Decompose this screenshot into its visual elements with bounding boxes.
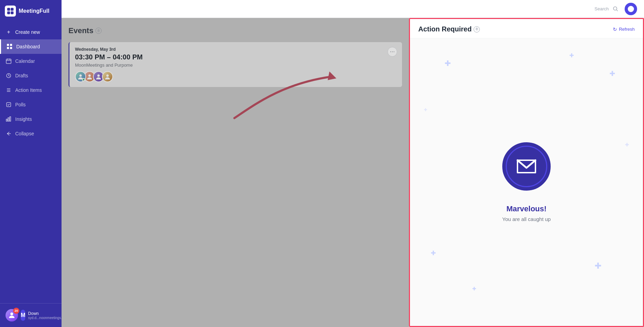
decoration-plus-2: ✚ [569, 52, 574, 59]
grid-icon [7, 44, 13, 50]
svg-rect-17 [6, 119, 7, 121]
attendee-avatar-4 [102, 71, 113, 82]
logo-icon [5, 6, 16, 17]
svg-point-28 [97, 75, 100, 77]
sidebar-item-drafts[interactable]: Drafts [0, 68, 62, 83]
sidebar-item-action-items[interactable]: Action Items [0, 83, 62, 97]
sidebar-item-create-new[interactable]: + Create new [0, 25, 62, 39]
notification-button[interactable] [625, 3, 637, 15]
event-more-button[interactable]: ⋯ [388, 47, 397, 57]
plus-icon: + [6, 29, 12, 35]
action-required-panel: Action Required ® ↻ Refresh ✚ ✚ ✚ ✚ ✚ ✚ … [409, 18, 644, 327]
sidebar: MeetingFull + Create new Dashboard [0, 0, 62, 327]
svg-rect-5 [10, 44, 12, 46]
empty-state-title: Marvelous! [506, 204, 547, 213]
svg-point-25 [631, 10, 632, 11]
dashboard-area: Events ® Wednesday, May 3rd 03:30 PM – 0… [62, 18, 644, 327]
svg-point-26 [80, 75, 82, 77]
polls-label: Polls [15, 102, 26, 107]
calendar-icon [6, 58, 12, 64]
create-new-label: Create new [15, 29, 40, 35]
app-name: MeetingFull [19, 8, 49, 14]
action-panel-body: ✚ ✚ ✚ ✚ ✚ ✚ ✚ ✚ [410, 38, 643, 326]
svg-line-23 [617, 10, 618, 11]
action-items-label: Action Items [15, 87, 42, 93]
user-profile[interactable]: 20 M Down syd.d...noonmeetings.com [6, 309, 56, 321]
collapse-label: Collapse [15, 131, 34, 136]
svg-point-27 [88, 75, 91, 77]
list-icon [6, 87, 12, 93]
sidebar-item-polls[interactable]: Polls [0, 97, 62, 112]
top-bar: Search [62, 0, 644, 18]
search-label: Search [595, 6, 609, 11]
svg-point-29 [106, 75, 109, 77]
svg-rect-3 [11, 11, 13, 14]
svg-rect-6 [7, 47, 9, 49]
action-panel-header: Action Required ® ↻ Refresh [410, 19, 643, 38]
svg-rect-7 [10, 47, 12, 49]
event-date: Wednesday, May 3rd [75, 47, 396, 52]
events-heading: Events [68, 26, 93, 35]
action-panel-title: Action Required ® [418, 25, 480, 33]
events-info-icon[interactable]: ® [95, 28, 102, 34]
sidebar-item-dashboard[interactable]: Dashboard [0, 39, 62, 54]
svg-rect-1 [11, 8, 13, 11]
sidebar-nav: + Create new Dashboard [0, 22, 62, 303]
svg-rect-4 [7, 44, 9, 46]
dashboard-label: Dashboard [16, 44, 40, 49]
refresh-label: Refresh [619, 27, 635, 32]
refresh-button[interactable]: ↻ Refresh [613, 27, 635, 32]
search-button[interactable] [611, 4, 620, 14]
calendar-label: Calendar [15, 58, 35, 64]
m-logo: M [21, 310, 25, 321]
svg-rect-18 [8, 118, 9, 121]
svg-rect-8 [6, 59, 11, 64]
svg-rect-19 [10, 117, 11, 121]
decoration-plus-5: ✚ [595, 261, 601, 271]
svg-point-22 [614, 7, 617, 10]
user-profile-section: 20 M Down syd.d...noonmeetings.com [0, 303, 62, 327]
event-card: Wednesday, May 3rd 03:30 PM – 04:00 PM M… [68, 42, 402, 87]
decoration-plus-7: ✚ [424, 107, 427, 112]
arrow-left-icon [6, 131, 12, 137]
decoration-plus-6: ✚ [472, 286, 476, 291]
chart-icon [6, 116, 12, 122]
event-attendees [75, 71, 396, 82]
decoration-plus-4: ✚ [431, 249, 436, 257]
events-panel: Events ® Wednesday, May 3rd 03:30 PM – 0… [62, 18, 409, 327]
online-indicator [82, 78, 85, 81]
notification-badge: 20 [13, 308, 19, 314]
success-icon-circle [502, 142, 551, 191]
search-area: Search [595, 4, 620, 14]
action-info-icon[interactable]: ® [474, 26, 480, 32]
svg-rect-0 [7, 8, 10, 11]
svg-rect-2 [7, 11, 10, 14]
decoration-plus-1: ✚ [445, 59, 451, 68]
decoration-plus-8: ✚ [625, 142, 629, 147]
attendee-avatar-1 [75, 71, 86, 82]
svg-point-21 [10, 312, 13, 315]
sidebar-item-collapse[interactable]: Collapse [0, 126, 62, 141]
drafts-label: Drafts [15, 73, 28, 78]
refresh-icon: ↻ [613, 27, 617, 32]
decoration-plus-3: ✚ [609, 69, 615, 78]
main-content: Search Events ® Wednesda [62, 0, 644, 327]
action-title-text: Action Required [418, 25, 472, 33]
event-name: MoonMeetings and Purpome [75, 62, 396, 68]
event-time: 03:30 PM – 04:00 PM [75, 53, 396, 61]
sidebar-item-calendar[interactable]: Calendar [0, 54, 62, 68]
sidebar-logo: MeetingFull [0, 0, 62, 22]
insights-label: Insights [15, 116, 32, 122]
avatar-wrap: 20 [6, 309, 18, 321]
events-title: Events ® [68, 26, 402, 35]
polls-icon [6, 102, 12, 108]
sidebar-item-insights[interactable]: Insights [0, 112, 62, 126]
envelope-icon-wrap [506, 146, 547, 187]
clock-icon [6, 73, 12, 79]
empty-state-subtitle: You are all caught up [502, 216, 551, 222]
